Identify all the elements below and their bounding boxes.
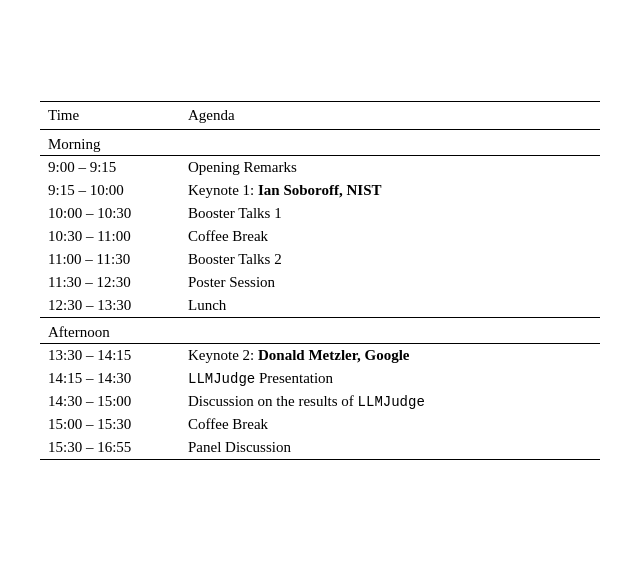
agenda-cell: Opening Remarks (180, 156, 600, 179)
agenda-cell: Lunch (180, 294, 600, 318)
table-row: 15:30 – 16:55 Panel Discussion (40, 436, 600, 460)
time-cell: 11:30 – 12:30 (40, 271, 180, 294)
llmjudge-mono-2: LLMJudge (358, 394, 425, 410)
table-row: 12:30 – 13:30 Lunch (40, 294, 600, 318)
table-row: 10:00 – 10:30 Booster Talks 1 (40, 202, 600, 225)
time-cell: 13:30 – 14:15 (40, 344, 180, 367)
coffee-break-morning: Coffee Break (180, 225, 600, 248)
agenda-cell: Booster Talks 1 (180, 202, 600, 225)
coffee-break-afternoon: Coffee Break (180, 413, 600, 436)
agenda-cell: Discussion on the results of LLMJudge (180, 390, 600, 413)
llmjudge-mono-1: LLMJudge (188, 371, 255, 387)
table-row: 10:30 – 11:00 Coffee Break (40, 225, 600, 248)
time-cell: 14:30 – 15:00 (40, 390, 180, 413)
afternoon-section-row: Afternoon (40, 318, 600, 344)
table-row: 9:00 – 9:15 Opening Remarks (40, 156, 600, 179)
time-cell: 11:00 – 11:30 (40, 248, 180, 271)
time-cell: 10:00 – 10:30 (40, 202, 180, 225)
time-cell: 9:00 – 9:15 (40, 156, 180, 179)
agenda-cell: Poster Session (180, 271, 600, 294)
schedule-container: Time Agenda Morning 9:00 – 9:15 Opening … (40, 91, 600, 470)
table-row: 11:00 – 11:30 Booster Talks 2 (40, 248, 600, 271)
table-row: 9:15 – 10:00 Keynote 1: Ian Soboroff, NI… (40, 179, 600, 202)
agenda-cell: Keynote 2: Donald Metzler, Google (180, 344, 600, 367)
agenda-header: Agenda (180, 102, 600, 130)
table-row: 13:30 – 14:15 Keynote 2: Donald Metzler,… (40, 344, 600, 367)
time-cell: 12:30 – 13:30 (40, 294, 180, 318)
morning-section-row: Morning (40, 130, 600, 156)
morning-label: Morning (40, 130, 600, 156)
agenda-cell: LLMJudge Presentation (180, 367, 600, 390)
keynote1-speaker: Ian Soboroff, NIST (258, 182, 382, 198)
table-row: 14:15 – 14:30 LLMJudge Presentation (40, 367, 600, 390)
time-cell: 14:15 – 14:30 (40, 367, 180, 390)
agenda-cell: Keynote 1: Ian Soboroff, NIST (180, 179, 600, 202)
time-cell: 15:30 – 16:55 (40, 436, 180, 460)
keynote2-speaker: Donald Metzler, Google (258, 347, 410, 363)
time-cell: 9:15 – 10:00 (40, 179, 180, 202)
schedule-table: Time Agenda Morning 9:00 – 9:15 Opening … (40, 101, 600, 460)
time-cell: 10:30 – 11:00 (40, 225, 180, 248)
agenda-cell: Booster Talks 2 (180, 248, 600, 271)
header-row: Time Agenda (40, 102, 600, 130)
table-row: 11:30 – 12:30 Poster Session (40, 271, 600, 294)
afternoon-label: Afternoon (40, 318, 600, 344)
table-row: 14:30 – 15:00 Discussion on the results … (40, 390, 600, 413)
time-header: Time (40, 102, 180, 130)
table-row: 15:00 – 15:30 Coffee Break (40, 413, 600, 436)
time-cell: 15:00 – 15:30 (40, 413, 180, 436)
agenda-cell: Panel Discussion (180, 436, 600, 460)
